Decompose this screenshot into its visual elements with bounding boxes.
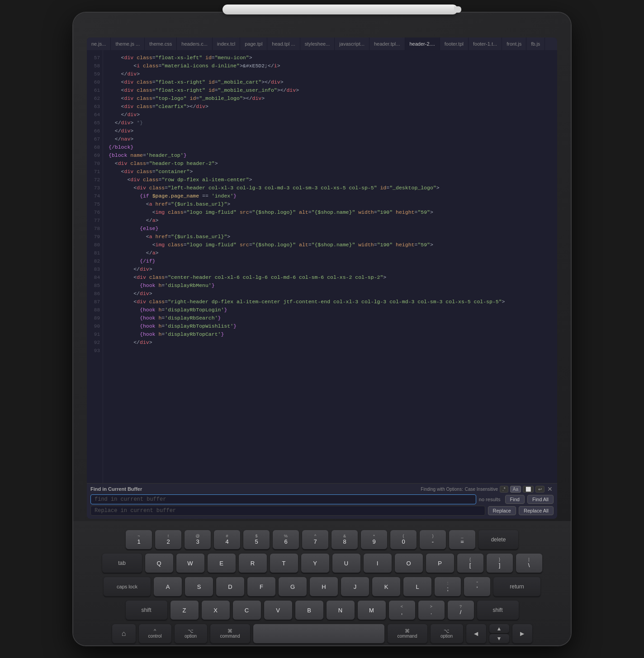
key-n[interactable]: N bbox=[327, 601, 355, 620]
case-insensitive-label: Case Insensitive bbox=[465, 487, 498, 492]
keyboard-row-zxcv: shift Z X C V B N M < , > . ? / shift bbox=[87, 601, 557, 620]
find-input[interactable] bbox=[90, 494, 476, 504]
key-y[interactable]: Y bbox=[301, 554, 329, 573]
key-option-right[interactable]: ⌥ option bbox=[431, 624, 463, 643]
key-arrow-up[interactable]: ▲ bbox=[489, 624, 509, 633]
code-content: <div class="float-xs-left" id="menu-icon… bbox=[103, 50, 557, 483]
replace-input[interactable] bbox=[90, 506, 485, 516]
key-caret-7[interactable]: ^ 7 bbox=[302, 530, 328, 549]
replace-button[interactable]: Replace bbox=[488, 506, 516, 515]
key-a[interactable]: A bbox=[154, 577, 182, 596]
key-control[interactable]: ^ control bbox=[139, 624, 171, 643]
key-v[interactable]: V bbox=[264, 601, 292, 620]
key-globe[interactable]: ⌂ bbox=[112, 624, 136, 643]
key-l[interactable]: L bbox=[403, 577, 431, 596]
key-d[interactable]: D bbox=[216, 577, 244, 596]
key-lbracket[interactable]: { [ bbox=[457, 554, 483, 573]
key-i[interactable]: I bbox=[364, 554, 392, 573]
find-all-button[interactable]: Find All bbox=[527, 495, 554, 504]
key-at-3[interactable]: @ 3 bbox=[185, 530, 211, 549]
key-r[interactable]: R bbox=[239, 554, 267, 573]
key-period[interactable]: > . bbox=[418, 601, 445, 620]
key-command-left[interactable]: ⌘ command bbox=[210, 624, 250, 643]
key-dollar-5[interactable]: $ 5 bbox=[243, 530, 270, 549]
key-shift-left[interactable]: shift bbox=[126, 601, 167, 620]
key-rparen-minus[interactable]: ) - bbox=[420, 530, 446, 549]
find-options: Finding with Options: Case Insensitive .… bbox=[421, 485, 554, 493]
key-b[interactable]: B bbox=[295, 601, 323, 620]
key-e[interactable]: E bbox=[208, 554, 236, 573]
tab-theme-js[interactable]: theme.js ... bbox=[111, 38, 145, 50]
key-z[interactable]: Z bbox=[170, 601, 199, 620]
key-shift-right[interactable]: shift bbox=[477, 601, 519, 620]
regex-option-btn[interactable]: .* bbox=[500, 486, 508, 493]
tab-front-js[interactable]: front.js bbox=[502, 38, 526, 50]
key-h[interactable]: H bbox=[310, 577, 338, 596]
key-arrow-left[interactable]: ◀ bbox=[466, 624, 486, 643]
key-backslash[interactable]: | \ bbox=[516, 554, 542, 573]
key-space[interactable] bbox=[253, 624, 384, 643]
key-f[interactable]: F bbox=[247, 577, 275, 596]
key-w[interactable]: W bbox=[176, 554, 204, 573]
key-delete[interactable]: delete bbox=[478, 530, 518, 549]
key-arrow-down[interactable]: ▼ bbox=[489, 634, 509, 643]
code-editor[interactable]: 5758596061 6263646566 6768697071 7273747… bbox=[87, 50, 557, 483]
key-j[interactable]: J bbox=[341, 577, 369, 596]
key-quote[interactable]: " ' bbox=[464, 577, 490, 596]
key-k[interactable]: K bbox=[372, 577, 400, 596]
tab-ne-js[interactable]: ne.js... bbox=[87, 38, 111, 50]
key-g[interactable]: G bbox=[279, 577, 307, 596]
key-return[interactable]: return bbox=[493, 577, 540, 596]
replace-all-button[interactable]: Replace All bbox=[519, 506, 554, 515]
tab-footer-tpl[interactable]: footer.tpl bbox=[440, 38, 469, 50]
key-s[interactable]: S bbox=[185, 577, 213, 596]
key-comma[interactable]: < , bbox=[389, 601, 415, 620]
key-rbracket[interactable]: } ] bbox=[487, 554, 513, 573]
tab-page-tpl[interactable]: page.tpl bbox=[240, 38, 267, 50]
key-q[interactable]: Q bbox=[145, 554, 173, 573]
tab-theme-css[interactable]: theme.css bbox=[145, 38, 177, 50]
key-arrow-right[interactable]: ▶ bbox=[512, 624, 532, 643]
key-amp-8[interactable]: & 8 bbox=[331, 530, 358, 549]
key-caps-lock[interactable]: caps lock bbox=[104, 577, 151, 596]
key-under-equal[interactable]: _ = bbox=[449, 530, 475, 549]
keyboard-row-asdf: caps lock A S D F G H J K L : ; " ' retu… bbox=[87, 577, 557, 596]
key-p[interactable]: P bbox=[426, 554, 454, 573]
key-pct-6[interactable]: % 6 bbox=[273, 530, 299, 549]
key-c[interactable]: C bbox=[233, 601, 261, 620]
key-o[interactable]: O bbox=[395, 554, 423, 573]
tab-footer-1[interactable]: footer-1.t... bbox=[469, 38, 502, 50]
key-tilde-1[interactable]: ~ 1 bbox=[126, 530, 152, 549]
key-star-9[interactable]: * 9 bbox=[361, 530, 387, 549]
tabs-bar: ne.js... theme.js ... theme.css headers.… bbox=[87, 38, 557, 50]
tab-head-tpl[interactable]: head.tpl ... bbox=[267, 38, 300, 50]
keyboard-row-qwerty: tab Q W E R T Y U I O P { [ } ] | \ bbox=[87, 554, 557, 573]
find-button[interactable]: Find bbox=[505, 495, 525, 504]
tab-stylesheet[interactable]: styleshee... bbox=[300, 38, 335, 50]
case-option-btn[interactable]: Aa bbox=[510, 486, 521, 493]
key-option-left[interactable]: ⌥ option bbox=[175, 624, 207, 643]
screen: ne.js... theme.js ... theme.css headers.… bbox=[87, 38, 557, 519]
no-results-label: no results bbox=[479, 497, 502, 502]
key-x[interactable]: X bbox=[202, 601, 230, 620]
find-bar-close-btn[interactable]: ✕ bbox=[546, 485, 554, 493]
tab-index-tcl[interactable]: index.tcl bbox=[213, 38, 240, 50]
tab-javascript[interactable]: javascript... bbox=[335, 38, 369, 50]
keyboard-row-numbers: ~ 1 ! 2 @ 3 # 4 $ 5 % 6 bbox=[87, 530, 557, 549]
key-hash-4[interactable]: # 4 bbox=[214, 530, 240, 549]
key-slash[interactable]: ? / bbox=[448, 601, 474, 620]
word-option-btn[interactable]: ⬜ bbox=[523, 486, 534, 493]
key-t[interactable]: T bbox=[270, 554, 298, 573]
key-semicolon[interactable]: : ; bbox=[435, 577, 461, 596]
key-command-right[interactable]: ⌘ command bbox=[388, 624, 427, 643]
key-tab[interactable]: tab bbox=[102, 554, 142, 573]
tab-headers-c[interactable]: headers.c... bbox=[177, 38, 212, 50]
tab-header-tpl[interactable]: header.tpl... bbox=[369, 38, 405, 50]
key-lparen-0[interactable]: ( 0 bbox=[390, 530, 417, 549]
wrap-option-btn[interactable]: ↩ bbox=[535, 486, 545, 493]
key-excl-2[interactable]: ! 2 bbox=[155, 530, 181, 549]
tab-fb-js[interactable]: fb.js bbox=[526, 38, 545, 50]
tab-header-2[interactable]: header-2.... bbox=[405, 38, 440, 50]
key-m[interactable]: M bbox=[358, 601, 386, 620]
key-u[interactable]: U bbox=[332, 554, 360, 573]
